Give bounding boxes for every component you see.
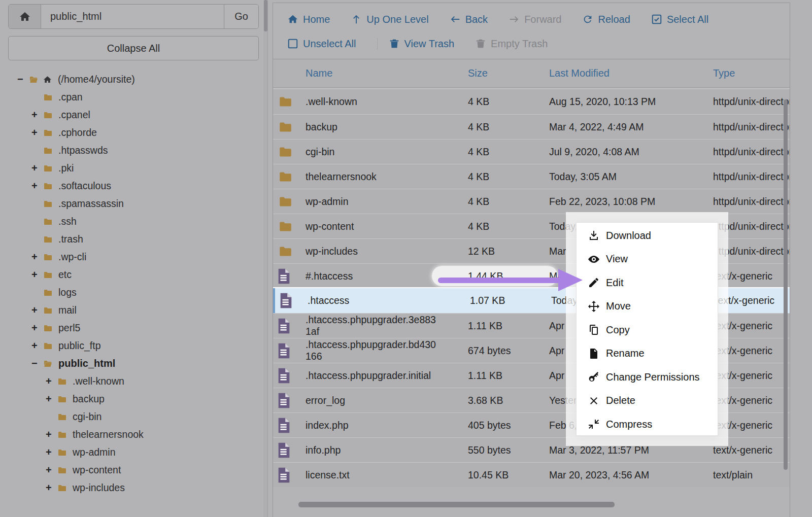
tree-item-mail[interactable]: +mail	[8, 301, 259, 319]
file-size: 4 KB	[468, 96, 549, 108]
tree-toggle[interactable]: +	[31, 322, 43, 334]
menu-item-compress[interactable]: Compress	[577, 412, 718, 436]
tree-toggle[interactable]: −	[17, 74, 28, 85]
toolbar-button-home[interactable]: Home	[287, 14, 330, 25]
tree-toggle[interactable]: +	[46, 482, 57, 494]
tree-toggle[interactable]: +	[31, 127, 43, 139]
go-button[interactable]: Go	[224, 5, 258, 28]
tree-toggle[interactable]: +	[46, 429, 57, 440]
file-icon	[277, 467, 291, 484]
tree-toggle[interactable]: +	[31, 251, 43, 263]
file-icon	[277, 392, 291, 409]
folder-icon	[43, 235, 53, 244]
sidebar-scrollbar[interactable]	[263, 0, 268, 517]
folder-icon	[43, 270, 53, 280]
tree-item-softaculous[interactable]: +.softaculous	[8, 177, 259, 195]
tree-item-cpanel[interactable]: +.cpanel	[8, 106, 259, 124]
toolbar-button-unselect-all[interactable]: Unselect All	[287, 38, 356, 50]
toolbar-button-select-all[interactable]: Select All	[651, 14, 708, 25]
menu-item-copy[interactable]: Copy	[577, 318, 718, 342]
toolbar-button-label: Home	[303, 14, 330, 25]
toolbar-button-back[interactable]: Back	[450, 14, 488, 25]
column-header-name[interactable]: Name	[306, 67, 468, 79]
column-header-last-modified[interactable]: Last Modified	[549, 67, 713, 79]
home-icon	[19, 11, 31, 23]
tree-item-wp-cli[interactable]: +.wp-cli	[8, 248, 259, 266]
column-header-size[interactable]: Size	[468, 67, 549, 79]
menu-item-rename[interactable]: Rename	[577, 342, 718, 366]
table-row-cgi-bin[interactable]: cgi-bin4 KBJul 9, 2020, 4:08 AMhttpd/uni…	[273, 139, 790, 164]
tree-toggle[interactable]: +	[31, 109, 43, 121]
tree-item-cphorde[interactable]: +.cphorde	[8, 124, 259, 142]
path-input[interactable]	[41, 5, 224, 28]
tree-item-pki[interactable]: +.pki	[8, 159, 259, 177]
menu-item-edit[interactable]: Edit	[577, 271, 718, 295]
tree-item-wp-content[interactable]: +wp-content	[8, 461, 259, 479]
tree-toggle[interactable]: +	[46, 375, 57, 387]
menu-item-change-permissions[interactable]: Change Permissions	[577, 365, 718, 389]
tree-item-cgi-bin[interactable]: cgi-bin	[8, 408, 259, 426]
sidebar-scrollbar-thumb[interactable]	[264, 0, 267, 31]
file-last-modified: Aug 15, 2020, 10:13 PM	[549, 96, 713, 108]
tree-toggle[interactable]: +	[31, 304, 43, 316]
folder-icon	[43, 324, 53, 333]
tree-item-ssh[interactable]: .ssh	[8, 213, 259, 230]
column-header-type[interactable]: Type	[713, 67, 790, 79]
tree-toggle[interactable]: +	[31, 162, 43, 174]
vertical-scrollbar-thumb[interactable]	[784, 99, 788, 470]
table-row-wp-admin[interactable]: wp-admin4 KBFeb 22, 2023, 10:08 PMhttpd/…	[273, 189, 790, 214]
context-menu: DownloadViewEditMoveCopyRenameChange Per…	[576, 222, 718, 436]
tree-toggle[interactable]: +	[31, 269, 43, 281]
tree-item-perl5[interactable]: +perl5	[8, 319, 259, 337]
file-size: 4 KB	[468, 171, 549, 183]
file-type-icon-cell	[277, 268, 306, 285]
tree-item-etc[interactable]: +etc	[8, 266, 259, 284]
home-button[interactable]	[9, 5, 41, 28]
table-row-license.txt[interactable]: license.txt10.45 KBMar 20, 2023, 4:56 AM…	[273, 462, 790, 487]
table-row-.well-known[interactable]: .well-known4 KBAug 15, 2020, 10:13 PMhtt…	[273, 89, 790, 114]
tree-item-logs[interactable]: logs	[8, 284, 259, 301]
folder-icon	[43, 182, 53, 191]
file-icon	[277, 342, 291, 359]
menu-item-delete[interactable]: Delete	[577, 389, 718, 413]
table-row-thelearnersnook[interactable]: thelearnersnook4 KBToday, 3:05 AMhttpd/u…	[273, 164, 790, 189]
toolbar-button-reload[interactable]: Reload	[582, 14, 630, 25]
tree-item-label: wp-includes	[73, 482, 125, 494]
tree-item-public_ftp[interactable]: +public_ftp	[8, 337, 259, 355]
tree-item-backup[interactable]: +backup	[8, 390, 259, 408]
horizontal-scrollbar-thumb[interactable]	[298, 502, 615, 507]
tree-toggle[interactable]: +	[31, 340, 43, 352]
table-row-backup[interactable]: backup4 KBMar 4, 2022, 4:49 AMhttpd/unix…	[273, 114, 790, 139]
tree-item-wp-admin[interactable]: +wp-admin	[8, 443, 259, 461]
menu-item-view[interactable]: View	[577, 248, 718, 271]
collapse-all-button[interactable]: Collapse All	[8, 36, 259, 60]
toolbar-button-view-trash[interactable]: View Trash	[377, 38, 455, 50]
tree-toggle[interactable]: −	[31, 358, 43, 369]
file-name: wp-includes	[306, 246, 468, 257]
menu-item-download[interactable]: Download	[577, 224, 718, 248]
table-row-info.php[interactable]: info.php550 bytesMar 3, 2022, 11:57 PMte…	[273, 437, 790, 462]
tree-toggle[interactable]: +	[46, 446, 57, 458]
file-type: httpd/unix-directory	[713, 171, 790, 183]
toolbar-button-up-one-level[interactable]: Up One Level	[351, 14, 428, 25]
checkbox-empty-icon	[287, 38, 298, 49]
tree-item-trash[interactable]: .trash	[8, 230, 259, 248]
file-type-icon-cell	[277, 417, 306, 434]
tree-item-home4yoursite[interactable]: −(/home4/yoursite)	[8, 71, 259, 88]
tree-toggle[interactable]: +	[46, 393, 57, 405]
file-type: httpd/unix-directory	[713, 146, 790, 158]
file-size: 4 KB	[468, 121, 549, 133]
tree-toggle[interactable]: +	[46, 464, 57, 476]
tree-toggle[interactable]: +	[31, 180, 43, 192]
tree-item-htpasswds[interactable]: .htpasswds	[8, 142, 259, 159]
tree-item-thelearnersnook[interactable]: +thelearnersnook	[8, 426, 259, 443]
tree-item-wp-includes[interactable]: +wp-includes	[8, 479, 259, 497]
file-size: 4 KB	[468, 146, 549, 158]
menu-item-move[interactable]: Move	[577, 295, 718, 319]
file-name: license.txt	[306, 469, 468, 481]
tree-item-public_html[interactable]: −public_html	[8, 355, 259, 372]
tree-item-well-known[interactable]: +.well-known	[8, 372, 259, 390]
tree-item-spamassassin[interactable]: .spamassassin	[8, 195, 259, 213]
tree-item-label: .cphorde	[58, 127, 97, 139]
tree-item-cpan[interactable]: .cpan	[8, 88, 259, 106]
